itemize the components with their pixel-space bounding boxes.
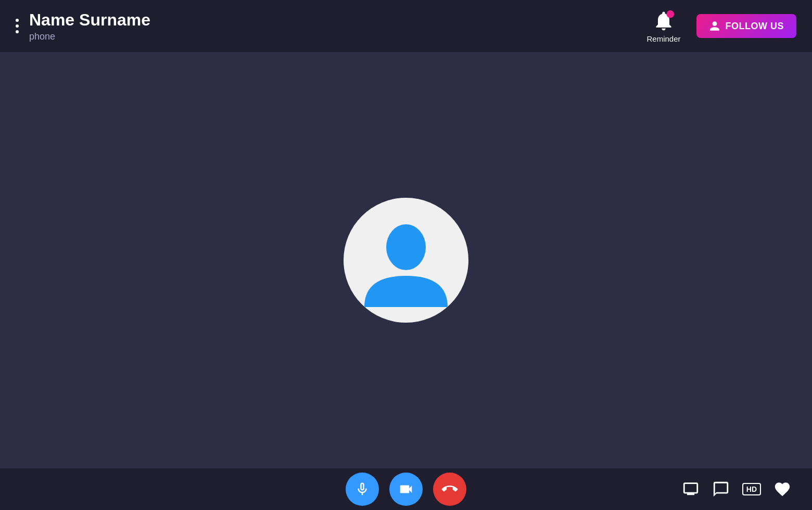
screen-share-button[interactable] [682,480,700,498]
follow-label: FOLLOW US [726,21,784,32]
hd-button[interactable]: HD [742,483,761,495]
avatar [344,198,468,323]
reminder-button[interactable]: Reminder [646,9,680,43]
header: Name Surname phone Reminder FOLLOW US [0,0,812,52]
call-controls [346,473,466,506]
phone-icon [439,478,461,500]
caller-status: phone [29,31,150,42]
end-call-button[interactable] [426,466,474,510]
mic-icon [354,481,370,497]
header-left: Name Surname phone [16,10,150,42]
svg-point-1 [386,224,426,270]
main-content [0,52,812,468]
like-button[interactable] [773,480,791,498]
caller-name: Name Surname [29,10,150,30]
chat-icon [712,480,730,498]
header-right: Reminder FOLLOW US [646,9,796,43]
user-icon [709,20,720,32]
reminder-label: Reminder [646,34,680,43]
caller-info: Name Surname phone [29,10,150,42]
follow-us-button[interactable]: FOLLOW US [696,14,796,38]
screen-share-icon [682,480,700,498]
mic-button[interactable] [346,473,379,506]
bell-icon [652,9,675,32]
secondary-controls: HD [466,480,791,498]
menu-button[interactable] [16,19,19,33]
video-button[interactable] [389,473,423,506]
heart-icon [773,480,791,498]
bottom-bar: HD [0,468,812,510]
chat-button[interactable] [712,480,730,498]
avatar-icon [354,208,458,312]
video-icon [398,481,414,497]
hd-label: HD [746,485,757,493]
svg-point-0 [667,10,675,18]
